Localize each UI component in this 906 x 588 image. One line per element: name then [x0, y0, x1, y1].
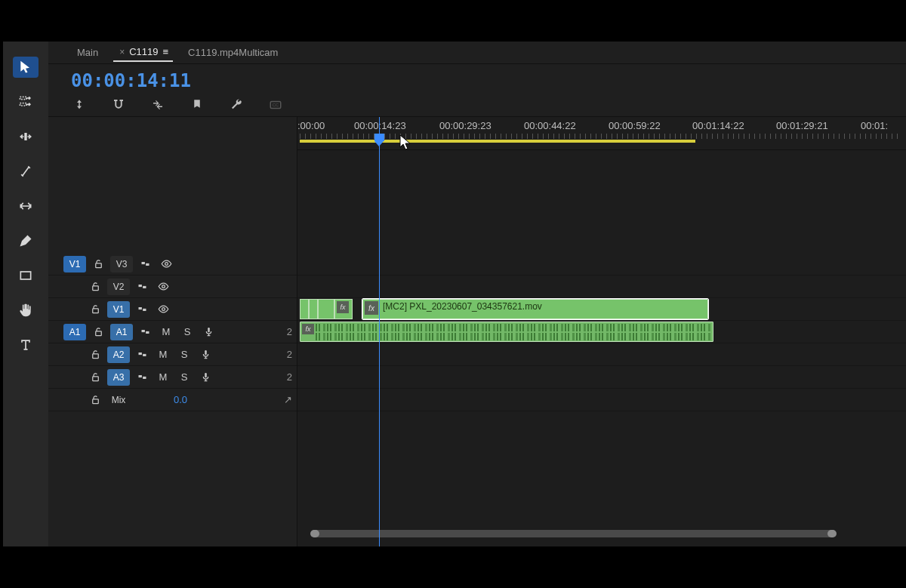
insert-overwrite-icon[interactable] [71, 97, 88, 113]
mute-button[interactable]: M [154, 346, 172, 363]
playhead-timecode[interactable]: 00:00:14:11 [71, 70, 191, 91]
source-patch[interactable]: V1 [63, 256, 86, 272]
track-header-mix[interactable]: Mix 0.0 ↗ [48, 389, 297, 411]
lane-a1[interactable]: fx [297, 321, 906, 343]
snap-icon[interactable] [110, 97, 127, 113]
mix-value[interactable]: 0.0 [174, 394, 187, 405]
svg-point-12 [162, 285, 165, 288]
track-select-tool[interactable] [13, 91, 39, 112]
source-patch[interactable]: A1 [63, 324, 86, 340]
automation-icon[interactable]: ↗ [284, 394, 292, 405]
linked-selection-icon[interactable] [149, 97, 166, 113]
video-clip-segment[interactable]: fx [334, 299, 353, 319]
audio-clip[interactable]: fx [300, 322, 713, 342]
captions-icon[interactable]: CC [267, 97, 284, 113]
track-header-v3[interactable]: V1 V3 [48, 253, 297, 276]
video-clip-segment[interactable] [300, 299, 309, 319]
marker-icon[interactable] [189, 97, 205, 113]
svg-point-8 [165, 263, 168, 266]
voiceover-mic-icon[interactable] [196, 369, 214, 386]
track-target[interactable]: A3 [107, 369, 130, 386]
solo-button[interactable]: S [175, 369, 193, 386]
track-headers: V1 V3 V2 V1 [48, 117, 297, 546]
lock-icon[interactable] [86, 301, 104, 318]
fx-badge-icon[interactable]: fx [365, 301, 378, 315]
svg-rect-26 [138, 375, 141, 377]
lane-v2[interactable] [297, 276, 906, 298]
rate-stretch-tool[interactable] [13, 161, 39, 182]
lane-v3[interactable] [297, 253, 906, 276]
svg-rect-19 [146, 331, 149, 334]
track-header-a1[interactable]: A1 A1 M S 2 [48, 321, 297, 343]
svg-rect-10 [138, 285, 141, 287]
track-target[interactable]: A1 [110, 324, 133, 340]
tab-c1119[interactable]: × C1119 ≡ [113, 43, 173, 62]
tab-multicam[interactable]: C1119.mp4Multicam [182, 44, 284, 61]
timeline-zoom-scrollbar[interactable] [311, 530, 892, 537]
voiceover-mic-icon[interactable] [196, 346, 214, 363]
solo-button[interactable]: S [178, 324, 196, 340]
ripple-edit-tool[interactable] [13, 126, 39, 147]
sync-lock-icon[interactable] [133, 369, 151, 386]
tracks-area[interactable]: :00:0000:00:14:2300:00:29:2300:00:44:220… [297, 117, 906, 546]
lock-icon[interactable] [86, 369, 104, 386]
lock-icon[interactable] [86, 346, 104, 363]
settings-wrench-icon[interactable] [228, 97, 245, 113]
video-clip-segment[interactable] [318, 299, 334, 319]
track-target[interactable]: V2 [107, 279, 130, 295]
close-icon[interactable]: × [119, 47, 125, 57]
playhead[interactable] [379, 117, 380, 546]
mouse-cursor-icon [399, 134, 412, 154]
zoom-handle-right[interactable] [827, 530, 837, 537]
selection-tool[interactable] [13, 57, 39, 78]
fx-badge-icon[interactable]: fx [302, 324, 314, 334]
lane-v1[interactable]: fx fx [MC2] PXL_20230607_034357621.mov [297, 298, 906, 321]
time-ruler[interactable]: :00:0000:00:14:2300:00:29:2300:00:44:220… [297, 117, 906, 150]
solo-button[interactable]: S [175, 346, 193, 363]
eye-icon[interactable] [154, 301, 172, 318]
lane-a3[interactable] [297, 366, 906, 389]
sequence-tabbar: Main × C1119 ≡ C1119.mp4Multicam [48, 42, 906, 64]
lock-icon[interactable] [86, 279, 104, 295]
sync-lock-icon[interactable] [133, 301, 151, 318]
track-target[interactable]: A2 [107, 346, 130, 363]
svg-rect-11 [143, 286, 146, 288]
hand-tool[interactable] [13, 300, 39, 321]
track-target[interactable]: V3 [110, 256, 133, 272]
track-target[interactable]: V1 [107, 301, 130, 318]
eye-icon[interactable] [154, 279, 172, 295]
tab-main[interactable]: Main [71, 44, 104, 61]
slip-tool[interactable] [13, 195, 39, 217]
rectangle-tool[interactable] [13, 265, 39, 286]
sync-lock-icon[interactable] [136, 324, 154, 340]
lock-icon[interactable] [89, 256, 107, 272]
lock-icon[interactable] [89, 324, 107, 340]
pen-tool[interactable] [13, 230, 39, 251]
track-header-a2[interactable]: A2 M S 2 [48, 343, 297, 366]
mix-label: Mix [107, 392, 130, 408]
voiceover-mic-icon[interactable] [199, 324, 217, 340]
track-header-a3[interactable]: A3 M S 2 [48, 366, 297, 389]
type-tool[interactable] [13, 334, 39, 356]
eye-icon[interactable] [157, 256, 175, 272]
panel-menu-icon[interactable]: ≡ [163, 46, 168, 57]
track-header-v2[interactable]: V2 [48, 276, 297, 298]
video-clip[interactable]: fx [MC2] PXL_20230607_034357621.mov [362, 299, 708, 319]
zoom-handle-left[interactable] [310, 530, 319, 537]
ruler-tick: 00:00:14:23 [354, 120, 406, 131]
svg-rect-9 [92, 286, 98, 291]
video-clip-segment[interactable] [309, 299, 318, 319]
sync-lock-icon[interactable] [133, 346, 151, 363]
scrollbar-thumb[interactable] [311, 530, 836, 537]
mute-button[interactable]: M [157, 324, 175, 340]
lock-icon[interactable] [86, 392, 104, 408]
lane-mix[interactable] [297, 389, 906, 411]
svg-rect-22 [138, 352, 141, 355]
playhead-handle-icon[interactable] [374, 134, 384, 141]
channel-count: 2 [287, 349, 292, 360]
lane-a2[interactable] [297, 343, 906, 366]
sync-lock-icon[interactable] [133, 279, 151, 295]
mute-button[interactable]: M [154, 369, 172, 386]
sync-lock-icon[interactable] [136, 256, 154, 272]
track-header-v1[interactable]: V1 [48, 298, 297, 321]
